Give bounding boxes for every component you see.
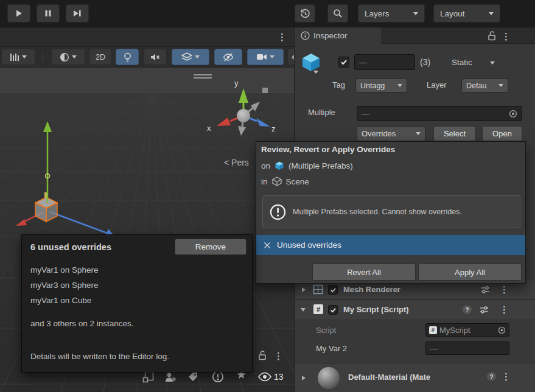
chevron-down-icon (397, 84, 402, 87)
chevron-down-icon (270, 55, 274, 58)
my-var2-field[interactable]: — (425, 341, 509, 355)
name-value: — (359, 58, 367, 67)
script-value: MyScript (439, 326, 470, 335)
scene-visibility-toggle[interactable] (214, 49, 242, 65)
scene-camera-dropdown[interactable] (247, 49, 284, 65)
script-field[interactable]: # MyScript (425, 323, 509, 337)
overrides-dropdown-label: Overrides (362, 129, 396, 138)
revert-all-label: Revert All (347, 268, 381, 277)
tag-dropdown[interactable]: Untagg (355, 79, 407, 93)
name-field[interactable]: — (354, 54, 415, 70)
warning-helpbox: Multiple Prefabs selected. Cannot show o… (262, 195, 520, 228)
layers-dropdown[interactable]: Layers (358, 4, 425, 23)
scene-tab-menu-icon[interactable]: ⋮ (278, 32, 287, 41)
help-icon[interactable]: ? (463, 305, 472, 314)
select-button-label: Select (444, 129, 466, 138)
inspector-tab-bar: Inspector ⋮ (295, 27, 535, 44)
warning-text: Multiple Prefabs selected. Cannot show o… (293, 208, 462, 216)
component-enabled-checkbox[interactable] (328, 305, 338, 315)
help-icon[interactable]: ? (487, 372, 496, 381)
component-menu-icon[interactable]: ⋮ (502, 372, 511, 381)
component-enabled-checkbox[interactable] (328, 285, 338, 295)
foldout-icon[interactable] (302, 376, 306, 380)
close-icon (264, 242, 271, 249)
visibility-eye-icon[interactable] (258, 372, 271, 383)
inspector-menu-icon[interactable]: ⋮ (502, 32, 511, 41)
chevron-down-icon (195, 55, 200, 58)
gizmo-x-label[interactable]: x (207, 124, 211, 133)
visibility-count: 13 (274, 372, 284, 382)
apply-all-button[interactable]: Apply All (418, 264, 522, 281)
mode-2d-toggle[interactable]: 2D (89, 49, 112, 65)
unused-overrides-row[interactable]: Unused overrides (256, 235, 525, 255)
layer-dropdown[interactable]: Defau (461, 79, 508, 93)
gizmo-y-label[interactable]: y (234, 79, 239, 88)
on-target: (Multiple Prefabs) (288, 161, 353, 170)
lightbulb-icon (123, 52, 132, 62)
warning-icon (270, 204, 286, 220)
overrides-context-line: in Scene (261, 177, 309, 186)
pause-button[interactable] (37, 4, 60, 23)
component-title: My Script (Script) (343, 305, 409, 314)
object-picker-icon[interactable] (509, 110, 517, 118)
collab-icon[interactable] (164, 371, 177, 385)
gizmo-z-label[interactable]: z (271, 124, 276, 133)
script-icon: # (313, 304, 323, 314)
layout-dropdown-label: Layout (440, 9, 465, 18)
splitter-handle[interactable] (194, 74, 212, 79)
play-icon (15, 9, 23, 18)
my-var2-label: My Var 2 (316, 344, 347, 353)
scene-effects-dropdown[interactable] (172, 49, 209, 65)
object-picker-icon[interactable] (498, 326, 506, 334)
material-header[interactable]: Default-Material (Mate ? ⋮ (295, 363, 535, 392)
chevron-down-icon (416, 132, 421, 135)
scene-lighting-toggle[interactable] (116, 49, 139, 65)
scene-audio-toggle[interactable] (144, 49, 167, 65)
step-button[interactable] (66, 4, 89, 23)
tab-inspector[interactable]: Inspector (295, 27, 381, 44)
revert-all-button[interactable]: Revert All (312, 264, 416, 281)
open-button[interactable]: Open (482, 126, 522, 141)
toolbar-overflow-button[interactable] (287, 49, 294, 65)
presets-icon[interactable] (481, 285, 490, 296)
tag-icon[interactable] (187, 371, 198, 384)
layer-label: Layer (427, 80, 447, 89)
shading-mode-dropdown[interactable] (51, 49, 85, 65)
foldout-icon[interactable] (302, 287, 306, 292)
undo-history-button[interactable] (295, 4, 315, 23)
select-button[interactable]: Select (433, 126, 476, 141)
script-reference: # MyScript (429, 326, 470, 335)
grid-snap-dropdown[interactable] (1, 49, 35, 65)
remove-button[interactable]: Remove (175, 239, 247, 255)
scene-overlay-menu-icon[interactable]: ⋮ (274, 351, 283, 360)
alert-icon[interactable] (212, 371, 224, 385)
lock-icon[interactable] (488, 30, 497, 43)
chevron-down-icon (413, 12, 418, 15)
scene-toolbar: 2D (0, 47, 294, 68)
check-icon (340, 58, 348, 66)
camera-icon (256, 53, 267, 61)
overrides-popup-title: Review, Revert or Apply Overrides (261, 145, 395, 154)
overrides-dropdown[interactable]: Overrides (357, 126, 425, 141)
static-dropdown-chevron-icon[interactable] (490, 61, 495, 65)
history-icon (300, 9, 310, 19)
chevron-down-icon (72, 55, 77, 58)
frame-icon[interactable] (142, 371, 154, 385)
foldout-icon[interactable] (301, 308, 306, 312)
unused-overrides-label: Unused overrides (277, 240, 341, 250)
search-button[interactable] (327, 4, 348, 23)
unlock-icon[interactable] (258, 350, 267, 362)
multiple-field[interactable]: — (357, 106, 522, 121)
active-checkbox[interactable] (338, 57, 349, 68)
play-button[interactable] (7, 4, 30, 23)
presets-icon[interactable] (480, 306, 489, 316)
script-icon: # (429, 326, 437, 334)
component-menu-icon[interactable]: ⋮ (500, 305, 509, 314)
grid-snap-icon (10, 53, 19, 61)
layout-dropdown[interactable]: Layout (433, 4, 500, 23)
perspective-label[interactable]: < Pers (224, 158, 249, 167)
pause-icon (44, 10, 52, 17)
icon-picker-chevron-icon[interactable] (313, 71, 318, 74)
component-menu-icon[interactable]: ⋮ (500, 285, 509, 294)
my-script-header[interactable]: # My Script (Script) ? ⋮ (295, 299, 535, 319)
